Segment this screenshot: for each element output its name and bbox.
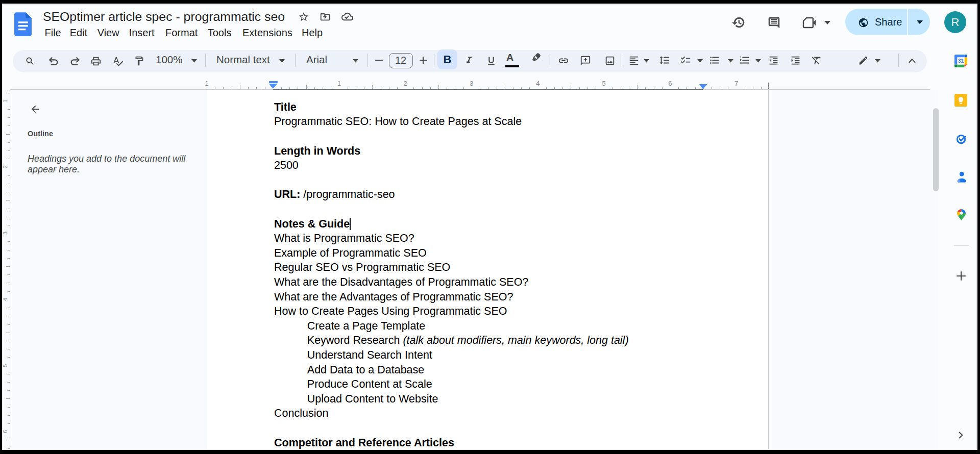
svg-text:31: 31 [958,58,964,64]
